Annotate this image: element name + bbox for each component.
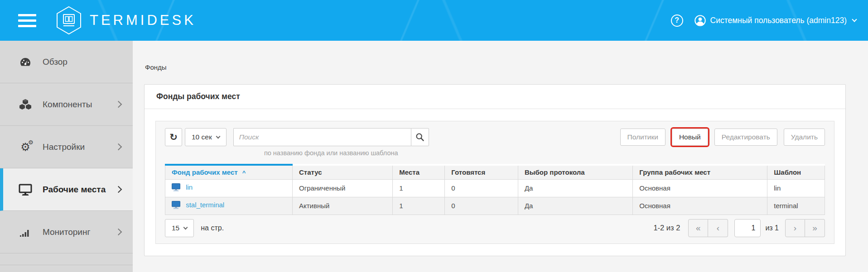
pool-link[interactable]: stal_terminal bbox=[186, 201, 224, 209]
search-hint: по названию фонда или названию шаблона bbox=[233, 149, 429, 157]
main-content: Фонды Фонды рабочих мест ↻ 10 сек bbox=[133, 41, 868, 272]
column-header-protocol[interactable]: Выбор протокола bbox=[518, 165, 632, 179]
delete-button[interactable]: Удалить bbox=[784, 129, 825, 146]
sidebar: Обзор Компоненты ⚙⚙ Настройки Раб bbox=[0, 41, 133, 272]
sidebar-item-workplaces[interactable]: Рабочие места bbox=[0, 168, 133, 211]
table-row[interactable]: stal_terminal Активный 1 0 Да Основная t… bbox=[165, 197, 825, 215]
table-row[interactable]: lin Ограниченный 1 0 Да Основная lin bbox=[165, 179, 825, 197]
search-icon bbox=[415, 133, 424, 142]
column-header-preparing[interactable]: Готовятся bbox=[445, 165, 518, 179]
new-button[interactable]: Новый bbox=[672, 129, 708, 146]
toolbar: ↻ 10 сек bbox=[165, 128, 825, 157]
cell-places: 1 bbox=[393, 179, 445, 197]
page-title: Фонды рабочих мест bbox=[156, 92, 834, 101]
cell-group: Основная bbox=[633, 197, 767, 215]
column-header-group[interactable]: Группа рабочих мест bbox=[633, 165, 767, 179]
refresh-icon: ↻ bbox=[169, 133, 178, 142]
sidebar-item-components[interactable]: Компоненты bbox=[0, 83, 133, 126]
double-chevron-left-icon: « bbox=[696, 223, 701, 233]
column-header-status[interactable]: Статус bbox=[293, 165, 393, 179]
hamburger-bar bbox=[18, 14, 36, 16]
chevron-down-icon bbox=[183, 225, 188, 229]
breadcrumb: Фонды bbox=[133, 41, 868, 84]
page-number-input[interactable] bbox=[734, 219, 761, 237]
search-input[interactable] bbox=[233, 128, 411, 146]
header-right: ? Системный пользователь (admin123) bbox=[671, 14, 856, 27]
sidebar-item-label: Обзор bbox=[43, 57, 68, 67]
monitor-icon bbox=[18, 183, 33, 196]
total-pages-label: из 1 bbox=[765, 224, 779, 232]
policies-button[interactable]: Политики bbox=[620, 129, 665, 146]
sort-asc-icon: ^ bbox=[242, 169, 246, 176]
cell-template: lin bbox=[767, 179, 825, 197]
cell-protocol: Да bbox=[518, 197, 632, 215]
cell-preparing: 0 bbox=[445, 197, 518, 215]
range-label: 1-2 из 2 bbox=[653, 224, 680, 232]
column-header-places[interactable]: Места bbox=[393, 165, 445, 179]
column-header-pool[interactable]: Фонд рабочих мест^ bbox=[165, 165, 293, 179]
refresh-button[interactable]: ↻ bbox=[165, 128, 182, 146]
column-header-template[interactable]: Шаблон bbox=[767, 165, 825, 179]
sidebar-item-label: Мониторинг bbox=[43, 227, 90, 237]
table-header-row: Фонд рабочих мест^ Статус Места Готовятс… bbox=[165, 165, 825, 179]
user-name: Системный пользователь (admin123) bbox=[710, 16, 847, 25]
help-button[interactable]: ? bbox=[671, 14, 683, 27]
pool-link[interactable]: lin bbox=[186, 183, 193, 191]
gears-icon: ⚙⚙ bbox=[18, 142, 33, 153]
edit-button[interactable]: Редактировать bbox=[714, 129, 777, 146]
sidebar-item-settings[interactable]: ⚙⚙ Настройки bbox=[0, 126, 133, 168]
chevron-right-icon bbox=[115, 143, 122, 151]
cell-preparing: 0 bbox=[445, 179, 518, 197]
action-buttons: Политики Новый Редактировать Удалить bbox=[620, 128, 825, 146]
pool-monitor-icon bbox=[172, 183, 180, 193]
sidebar-item-label: Рабочие места bbox=[43, 185, 106, 195]
chevron-down-icon bbox=[852, 17, 857, 22]
table-footer: 15 на стр. 1-2 из 2 « ‹ из 1 › bbox=[165, 219, 825, 237]
search-area: по названию фонда или названию шаблона bbox=[233, 128, 429, 157]
menu-toggle-button[interactable] bbox=[18, 14, 36, 27]
pagination-back-group: « ‹ bbox=[688, 219, 728, 237]
pools-card: Фонды рабочих мест ↻ 10 сек bbox=[144, 84, 846, 256]
cell-status: Ограниченный bbox=[293, 179, 393, 197]
page-size-value: 15 bbox=[172, 224, 179, 232]
next-page-button[interactable]: › bbox=[785, 219, 805, 237]
chevron-right-icon: › bbox=[794, 223, 796, 233]
termidesk-logo-icon bbox=[55, 6, 82, 35]
chevron-right-icon bbox=[115, 101, 122, 108]
chart-bars-icon bbox=[18, 226, 33, 239]
gauge-icon bbox=[18, 56, 33, 68]
cell-template: terminal bbox=[767, 197, 825, 215]
pools-table: Фонд рабочих мест^ Статус Места Готовятс… bbox=[165, 164, 825, 215]
search-button[interactable] bbox=[411, 128, 429, 146]
breadcrumb-item-pools[interactable]: Фонды bbox=[145, 63, 167, 71]
sidebar-item-overview[interactable]: Обзор bbox=[0, 41, 133, 83]
pagination: 1-2 из 2 « ‹ из 1 › » bbox=[653, 219, 825, 237]
user-avatar-icon bbox=[694, 14, 706, 27]
first-page-button[interactable]: « bbox=[688, 219, 708, 237]
page-size-select[interactable]: 15 bbox=[165, 219, 194, 237]
brand-name: TERMIDESK bbox=[90, 12, 196, 29]
chevron-down-icon bbox=[216, 134, 220, 139]
last-page-button[interactable]: » bbox=[805, 219, 825, 237]
pool-monitor-icon bbox=[172, 201, 180, 210]
chevron-left-icon: ‹ bbox=[717, 223, 719, 233]
help-icon: ? bbox=[675, 16, 679, 24]
prev-page-button[interactable]: ‹ bbox=[708, 219, 728, 237]
brand: TERMIDESK bbox=[55, 6, 196, 35]
pools-panel: ↻ 10 сек bbox=[155, 121, 834, 244]
sidebar-filler bbox=[0, 253, 133, 265]
user-menu[interactable]: Системный пользователь (admin123) bbox=[694, 14, 856, 27]
hamburger-bar bbox=[18, 19, 36, 22]
card-body: ↻ 10 сек bbox=[145, 109, 845, 256]
sidebar-item-label: Настройки bbox=[43, 142, 85, 152]
cubes-icon bbox=[18, 98, 33, 111]
chevron-right-icon bbox=[115, 229, 122, 236]
refresh-interval-select[interactable]: 10 сек bbox=[185, 128, 227, 146]
sidebar-item-monitoring[interactable]: Мониторинг bbox=[0, 211, 133, 253]
cell-places: 1 bbox=[393, 197, 445, 215]
app-header: TERMIDESK ? Системный пользователь (admi… bbox=[0, 0, 868, 41]
sidebar-item-label: Компоненты bbox=[43, 100, 92, 110]
pagination-forward-group: › » bbox=[785, 219, 825, 237]
cell-status: Активный bbox=[293, 197, 393, 215]
double-chevron-right-icon: » bbox=[812, 223, 817, 233]
